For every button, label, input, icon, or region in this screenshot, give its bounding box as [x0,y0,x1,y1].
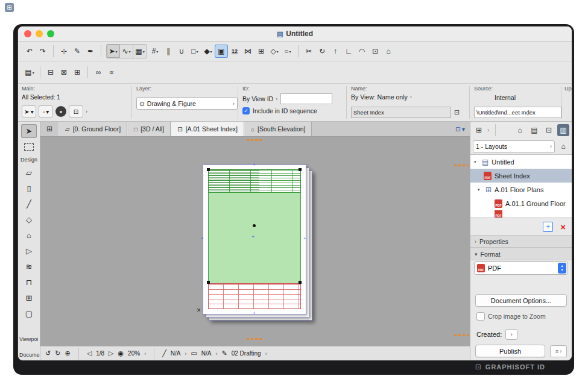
source-path-field[interactable]: \Untitled\Ind...eet Index [474,107,562,118]
layout-canvas[interactable]: + + + + + × [40,137,470,346]
pick-up-parameters-icon[interactable]: ✎ [71,45,84,58]
zoom-level[interactable]: 20% [128,350,140,357]
guide-lines-icon[interactable]: ∥ [162,45,175,58]
relative-construction-button[interactable]: ∿▾ [120,45,133,58]
include-id-checkbox[interactable]: ✓ [242,107,250,114]
pen-set-icon[interactable]: ╱ [162,349,166,357]
home-layout-icon[interactable]: ⌂ [557,140,569,152]
publish-options-button[interactable]: ≡› [550,345,567,357]
desktop-shortcut-icon[interactable]: ⊞ [5,3,14,12]
minimize-window-button[interactable] [36,30,43,37]
chevron-right-icon[interactable]: › [185,351,186,357]
shell-tool-button[interactable]: ○▾ [281,45,294,58]
previous-layout-icon[interactable]: ◁ [87,349,92,357]
scale-icon[interactable]: ▭ [191,349,197,357]
stepper-icon[interactable]: ▴▾ [558,263,566,274]
active-layer-value[interactable]: 02 Drafting [232,350,261,357]
tab-south-elevation[interactable]: ⌂[South Elevation] [244,122,312,136]
chevron-right-icon[interactable]: › [86,108,87,114]
layout-book-icon[interactable]: ⊡ [543,124,555,136]
gravity-icon[interactable]: ∪ [175,45,188,58]
tab-menu-button[interactable]: ⊡▾ [450,122,470,136]
name-field[interactable]: Sheet Index [351,107,451,118]
title-bar[interactable]: ▤ Untitled [18,27,572,42]
pen-set-value[interactable]: N/A [171,350,181,357]
layout-sheet[interactable]: + + + + + [203,164,306,315]
publisher-icon[interactable]: ▥ [557,124,569,136]
print-layout-button[interactable]: ▤▾ [23,66,36,79]
selection-handle[interactable] [299,281,302,284]
selection-handle[interactable] [207,281,210,284]
snap-grid-button[interactable]: #▾ [148,45,162,58]
undo-icon[interactable]: ↶ [23,45,36,58]
door-tool[interactable]: ▯ [21,181,37,195]
publish-button[interactable]: Publish [475,345,545,357]
rotate-icon[interactable]: ↻ [315,45,329,58]
slab-tool[interactable]: ◇ [21,213,37,227]
view-map-icon[interactable]: ▤ [528,124,540,136]
selection-handle[interactable] [207,168,210,171]
delete-item-icon[interactable]: × [560,222,566,232]
layouts-dropdown[interactable]: 1 - Layouts › [473,140,555,153]
chevron-right-icon[interactable]: › [216,351,218,357]
created-expand-button[interactable]: › [505,329,517,340]
close-window-button[interactable] [24,30,31,37]
pen-set-button[interactable]: ◆▾ [201,45,215,58]
wall-tool[interactable]: ▱ [21,166,37,180]
find-select-icon[interactable]: ⊹ [57,45,71,58]
name-mode-dropdown[interactable]: By View: Name only› [351,93,412,101]
marquee-mini-button[interactable]: ▫▾ [39,105,53,117]
break-link-icon[interactable]: ∝ [105,66,118,79]
id-mode-dropdown[interactable]: By View ID› [242,95,277,102]
tab-3d-all[interactable]: □[3D / All] [127,122,171,136]
tab-overview-icon[interactable]: ⊞ [40,122,58,136]
document-options-button[interactable]: Document Options... [475,294,567,307]
morph-tool-button[interactable]: ◇▾ [268,45,281,58]
properties-section-header[interactable]: › Properties [470,235,572,248]
stair-tool[interactable]: ≋ [21,260,37,274]
add-layout-icon[interactable]: + [543,222,553,232]
id-input[interactable] [280,93,332,104]
redo-icon[interactable]: ↷ [36,45,49,58]
layer-dropdown[interactable]: ⊙ Drawing & Figure › [136,97,238,110]
fillet-icon[interactable]: ◠ [355,45,368,58]
arrow-snap-button[interactable]: ➤▾ [107,45,120,58]
curtain-wall-tool[interactable]: ⊞ [21,291,37,305]
elevate-icon[interactable]: ↑ [329,45,342,58]
update-drawing-icon[interactable]: ⊠ [57,66,71,79]
inject-parameters-icon[interactable]: ✒ [84,45,97,58]
zoom-window-button[interactable] [47,30,54,37]
chevron-right-icon[interactable]: › [487,127,489,133]
chevron-right-icon[interactable]: › [265,351,267,357]
line-tool[interactable]: ╱ [21,197,37,211]
format-section-header[interactable]: ▾ Format [470,248,572,260]
zoom-lens-icon[interactable]: ◉ [118,349,124,357]
place-drawing-icon[interactable]: ⊟ [44,66,57,79]
drawing-manager-icon[interactable]: ⊞ [71,66,84,79]
tree-item-partial[interactable]: PDF [470,210,572,218]
railing-tool[interactable]: ⊓ [21,275,37,289]
source-mode[interactable]: Internal [495,94,516,101]
chevron-right-icon[interactable]: › [144,351,146,357]
zoom-in-icon[interactable]: ⊕ [65,349,70,357]
tree-item-untitled[interactable]: ▾ ▤ Untitled [470,155,572,169]
previous-view-icon[interactable]: ↺ [45,349,51,357]
crop-checkbox[interactable] [476,312,485,321]
next-layout-icon[interactable]: ▷ [109,349,113,357]
chevron-down-icon[interactable]: ▾ [478,187,482,192]
link-drawing-icon[interactable]: ∞ [92,66,105,79]
select-tool[interactable]: ➤ [21,124,37,138]
coordinate-values-button[interactable]: ▦▾ [133,45,147,58]
project-map-icon[interactable]: ⌂ [514,124,526,136]
drawing-link-icon[interactable]: ⊡ [454,108,460,116]
object-tool[interactable]: ▢ [21,307,37,321]
home-view-icon[interactable]: ⌂ [382,45,395,58]
arrow-tool-mini-button[interactable]: ➤▾ [22,105,36,117]
split-icon[interactable]: ✂ [302,45,315,58]
roof-tool[interactable]: ⌂ [21,228,37,242]
format-select[interactable]: PDF PDF ▴▾ [474,261,568,275]
frame-options-button[interactable]: □▾ [188,45,201,58]
tree-item-ground-floor[interactable]: PDF A.01.1 Ground Floor [470,196,572,210]
fit-in-window-icon[interactable]: ⋈ [241,45,254,58]
selection-handle[interactable] [299,168,302,171]
